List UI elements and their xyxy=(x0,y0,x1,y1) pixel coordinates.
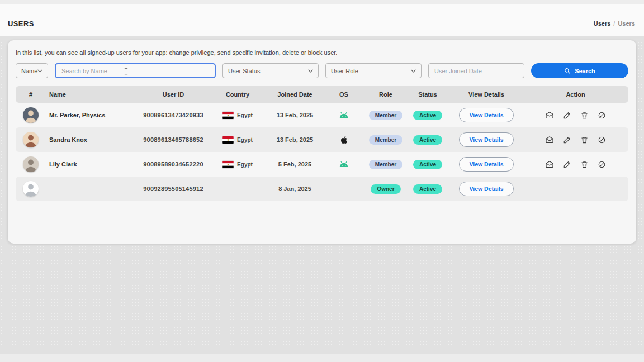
filter-bar: Name User Status xyxy=(16,63,628,78)
description: In this list, you can see all signed-up … xyxy=(16,49,628,56)
user-id: 90092895505145912 xyxy=(140,185,207,192)
user-status-label: User Status xyxy=(228,68,260,74)
android-icon xyxy=(339,161,349,168)
edit-button[interactable] xyxy=(563,160,571,169)
table-header-row: # Name User ID Country Joined Date OS Ro… xyxy=(16,86,628,103)
actions-cell xyxy=(523,160,628,169)
header-num: # xyxy=(16,91,46,98)
search-field-wrap xyxy=(55,63,216,78)
header-action: Action xyxy=(523,91,628,98)
joined-date: 13 Feb, 2025 xyxy=(268,136,321,143)
user-name: Lily Clark xyxy=(46,161,140,168)
view-details-button[interactable]: View Details xyxy=(459,108,513,122)
view-details-button[interactable]: View Details xyxy=(459,132,513,147)
country-label: Egypt xyxy=(237,112,253,118)
screen: USERS Users / Users In this list, you ca… xyxy=(0,0,644,362)
user-country: Egypt xyxy=(207,161,268,168)
block-button[interactable] xyxy=(598,111,606,120)
status-badge: Active xyxy=(413,160,442,169)
actions-cell xyxy=(523,111,628,120)
block-button[interactable] xyxy=(598,136,606,144)
status-badge: Active xyxy=(413,111,442,120)
top-strip xyxy=(0,0,644,4)
header-user-id: User ID xyxy=(140,91,207,98)
country-label: Egypt xyxy=(237,161,253,168)
user-status-dropdown[interactable]: User Status xyxy=(222,63,319,78)
table-row: 90092895505145912 8 Jan, 2025 Owner Acti… xyxy=(16,177,628,201)
delete-button[interactable] xyxy=(580,160,589,169)
topbar: USERS Users / Users xyxy=(0,4,644,36)
user-id: 90089589034652220 xyxy=(140,161,207,168)
joined-date: 13 Feb, 2025 xyxy=(268,112,321,118)
breadcrumb-separator: / xyxy=(613,20,615,27)
status-badge: Active xyxy=(413,135,442,145)
egypt-flag-icon xyxy=(222,161,234,168)
avatar-placeholder xyxy=(23,181,39,197)
user-id: 90089613465788652 xyxy=(140,136,207,143)
edit-button[interactable] xyxy=(563,111,571,120)
avatar xyxy=(23,156,39,172)
mail-button[interactable] xyxy=(545,111,554,120)
joined-date: 5 Feb, 2025 xyxy=(268,161,321,168)
os-cell xyxy=(321,112,366,118)
user-role-dropdown[interactable]: User Role xyxy=(325,63,422,78)
header-role: Role xyxy=(366,91,405,98)
user-id: 90089613473420933 xyxy=(140,112,207,118)
block-button[interactable] xyxy=(598,160,606,169)
header-view-details: View Details xyxy=(450,91,523,98)
country-label: Egypt xyxy=(237,137,253,143)
header-status: Status xyxy=(405,91,450,98)
avatar xyxy=(23,107,39,123)
user-country: Egypt xyxy=(207,136,268,144)
chevron-down-icon xyxy=(411,69,416,73)
apple-icon xyxy=(340,136,348,144)
breadcrumb-current: Users xyxy=(618,20,635,27)
mail-button[interactable] xyxy=(545,135,554,144)
joined-date: 8 Jan, 2025 xyxy=(268,185,321,192)
header-joined-date: Joined Date xyxy=(268,91,321,98)
joined-date-input[interactable] xyxy=(428,63,524,78)
name-filter-dropdown[interactable]: Name xyxy=(16,63,48,78)
edit-button[interactable] xyxy=(563,136,571,144)
view-details-button[interactable]: View Details xyxy=(459,182,513,196)
os-cell xyxy=(321,161,366,168)
egypt-flag-icon xyxy=(222,136,234,144)
users-table: # Name User ID Country Joined Date OS Ro… xyxy=(16,86,628,201)
role-badge: Member xyxy=(369,111,402,120)
status-badge: Active xyxy=(413,184,442,194)
breadcrumb: Users / Users xyxy=(594,20,635,27)
android-icon xyxy=(339,112,349,118)
users-card: In this list, you can see all signed-up … xyxy=(8,40,636,244)
user-name: Mr. Parker, Physics xyxy=(46,112,140,118)
page-title: USERS xyxy=(8,20,34,28)
avatar xyxy=(23,132,39,147)
search-button-label: Search xyxy=(575,68,595,74)
delete-button[interactable] xyxy=(580,136,589,144)
breadcrumb-users[interactable]: Users xyxy=(594,20,611,27)
bottom-strip xyxy=(0,354,644,362)
name-filter-label: Name xyxy=(21,68,37,74)
delete-button[interactable] xyxy=(580,111,589,120)
header-os: OS xyxy=(321,91,366,98)
table-row: Sandra Knox 90089613465788652 Egypt 13 F… xyxy=(16,127,628,152)
role-badge: Owner xyxy=(371,184,400,194)
user-name: Sandra Knox xyxy=(46,136,140,143)
mail-button[interactable] xyxy=(545,160,554,169)
role-badge: Member xyxy=(369,135,402,145)
chevron-down-icon xyxy=(308,69,313,73)
table-row: Lily Clark 90089589034652220 Egypt 5 Feb… xyxy=(16,152,628,177)
user-country: Egypt xyxy=(207,112,268,119)
header-name: Name xyxy=(46,91,140,98)
role-badge: Member xyxy=(369,160,402,169)
user-role-label: User Role xyxy=(331,68,358,74)
table-row: Mr. Parker, Physics 90089613473420933 Eg… xyxy=(16,103,628,127)
egypt-flag-icon xyxy=(222,112,234,119)
search-icon xyxy=(564,68,571,74)
search-input[interactable] xyxy=(55,63,216,78)
main-area: In this list, you can see all signed-up … xyxy=(0,36,644,354)
actions-cell xyxy=(523,135,628,144)
chevron-down-icon xyxy=(37,69,42,73)
search-button[interactable]: Search xyxy=(531,63,628,78)
view-details-button[interactable]: View Details xyxy=(459,157,513,172)
os-cell xyxy=(321,136,366,144)
